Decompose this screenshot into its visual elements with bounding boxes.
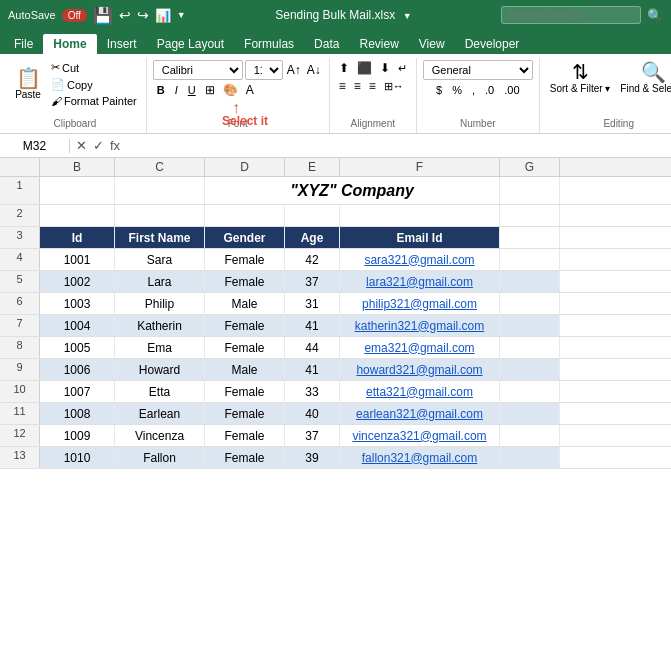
autosave-toggle[interactable]: Off [62,9,87,22]
cell-g10[interactable] [500,381,560,402]
tab-home[interactable]: Home [43,34,96,54]
cell-c13[interactable]: Fallon [115,447,205,468]
redo-icon[interactable]: ↪ [137,7,149,23]
cell-f13[interactable]: fallon321@gmail.com [340,447,500,468]
fill-color-button[interactable]: 🎨 [220,82,241,98]
cell-g3[interactable] [500,227,560,248]
cell-reference-box[interactable]: M32 [0,139,70,153]
row-header-10[interactable]: 10 [0,381,40,402]
tab-file[interactable]: File [4,34,43,54]
row-header-8[interactable]: 8 [0,337,40,358]
col-header-b[interactable]: B [40,158,115,176]
cell-c12[interactable]: Vincenza [115,425,205,446]
cell-b7[interactable]: 1004 [40,315,115,336]
cell-f3-header[interactable]: Email Id [340,227,500,248]
cell-d13[interactable]: Female [205,447,285,468]
row-header-4[interactable]: 4 [0,249,40,270]
paste-button[interactable]: 📋 Paste [10,66,46,102]
row-header-5[interactable]: 5 [0,271,40,292]
cell-b9[interactable]: 1006 [40,359,115,380]
align-middle-button[interactable]: ⬛ [354,60,375,76]
cell-e13[interactable]: 39 [285,447,340,468]
increase-font-button[interactable]: A↑ [285,62,303,78]
tab-formulas[interactable]: Formulas [234,34,304,54]
cell-d8[interactable]: Female [205,337,285,358]
cell-e5[interactable]: 37 [285,271,340,292]
cell-c11[interactable]: Earlean [115,403,205,424]
align-left-button[interactable]: ≡ [336,78,349,94]
search-input[interactable] [501,6,641,24]
quick-access-icon[interactable]: 📊 [155,8,171,23]
filename-dropdown[interactable]: ▼ [403,11,412,21]
row-header-6[interactable]: 6 [0,293,40,314]
cell-c10[interactable]: Etta [115,381,205,402]
cell-d5[interactable]: Female [205,271,285,292]
currency-button[interactable]: $ [432,82,446,98]
cell-f2[interactable] [340,205,500,226]
cell-c1[interactable] [115,177,205,204]
number-format-select[interactable]: General [423,60,533,80]
undo-icon[interactable]: ↩ [119,7,131,23]
cell-d2[interactable] [205,205,285,226]
col-header-e[interactable]: E [285,158,340,176]
cell-c8[interactable]: Ema [115,337,205,358]
cell-b1[interactable] [40,177,115,204]
tab-data[interactable]: Data [304,34,349,54]
cell-g8[interactable] [500,337,560,358]
sort-filter-button[interactable]: ⇅ Sort & Filter ▾ [546,60,615,96]
cell-d4[interactable]: Female [205,249,285,270]
tab-page-layout[interactable]: Page Layout [147,34,234,54]
tab-view[interactable]: View [409,34,455,54]
decrease-decimal-button[interactable]: .0 [481,82,498,98]
format-painter-button[interactable]: 🖌 Format Painter [48,94,140,108]
cell-c9[interactable]: Howard [115,359,205,380]
align-right-button[interactable]: ≡ [366,78,379,94]
cell-d10[interactable]: Female [205,381,285,402]
row-header-1[interactable]: 1 [0,177,40,204]
col-header-c[interactable]: C [115,158,205,176]
cell-d11[interactable]: Female [205,403,285,424]
row-header-7[interactable]: 7 [0,315,40,336]
increase-decimal-button[interactable]: .00 [500,82,523,98]
underline-button[interactable]: U [184,82,200,98]
cell-g12[interactable] [500,425,560,446]
cell-g5[interactable] [500,271,560,292]
formula-input[interactable] [126,139,671,153]
cancel-formula-icon[interactable]: ✕ [74,137,89,154]
cell-g11[interactable] [500,403,560,424]
cell-c3-header[interactable]: First Name [115,227,205,248]
cell-c2[interactable] [115,205,205,226]
cell-e10[interactable]: 33 [285,381,340,402]
cell-e2[interactable] [285,205,340,226]
save-icon[interactable]: 💾 [93,6,113,25]
cell-d7[interactable]: Female [205,315,285,336]
copy-button[interactable]: 📄 Copy [48,77,140,92]
cell-g1[interactable] [500,177,560,204]
cell-e3-header[interactable]: Age [285,227,340,248]
row-header-11[interactable]: 11 [0,403,40,424]
row-header-13[interactable]: 13 [0,447,40,468]
decrease-font-button[interactable]: A↓ [305,62,323,78]
row-header-9[interactable]: 9 [0,359,40,380]
cell-c7[interactable]: Katherin [115,315,205,336]
row-header-3[interactable]: 3 [0,227,40,248]
cell-b4[interactable]: 1001 [40,249,115,270]
cell-g13[interactable] [500,447,560,468]
cell-f6[interactable]: philip321@gmail.com [340,293,500,314]
cell-b12[interactable]: 1009 [40,425,115,446]
cell-f10[interactable]: etta321@gmail.com [340,381,500,402]
cell-e7[interactable]: 41 [285,315,340,336]
italic-button[interactable]: I [171,82,182,98]
bold-button[interactable]: B [153,82,169,98]
row-header-12[interactable]: 12 [0,425,40,446]
col-header-d[interactable]: D [205,158,285,176]
font-color-button[interactable]: A [243,82,257,98]
font-family-select[interactable]: Calibri [153,60,243,80]
align-bottom-button[interactable]: ⬇ [377,60,393,76]
cell-e12[interactable]: 37 [285,425,340,446]
cut-button[interactable]: ✂ Cut [48,60,140,75]
border-button[interactable]: ⊞ [202,82,218,98]
cell-b6[interactable]: 1003 [40,293,115,314]
cell-f4[interactable]: sara321@gmail.com [340,249,500,270]
cell-g4[interactable] [500,249,560,270]
